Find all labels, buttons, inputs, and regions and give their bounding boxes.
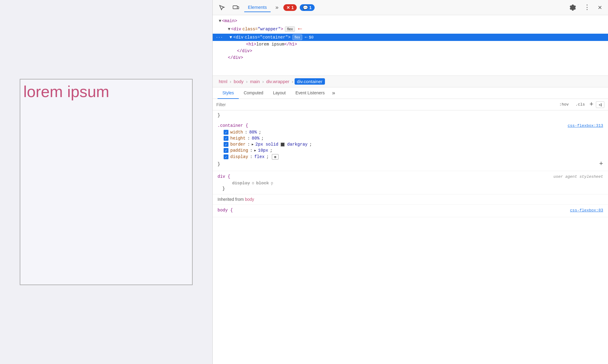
filter-input[interactable] bbox=[216, 102, 555, 107]
add-rule-button[interactable]: + bbox=[589, 101, 593, 108]
padding-property-line: padding : ▶ 10px ; bbox=[218, 147, 603, 153]
device-toggle-icon[interactable] bbox=[230, 2, 241, 13]
hov-button[interactable]: :hov bbox=[557, 101, 571, 108]
width-property-line: width : 80% ; bbox=[218, 129, 603, 135]
settings-icon[interactable] bbox=[568, 2, 579, 13]
cls-button[interactable]: .cls bbox=[573, 101, 587, 108]
add-property-button[interactable]: + bbox=[599, 160, 603, 168]
browser-viewport: lorem ipsum bbox=[0, 0, 212, 364]
padding-expand-icon[interactable]: ▶ bbox=[254, 149, 256, 152]
rtl-button[interactable]: ◁ bbox=[596, 101, 604, 108]
container-flex-badge[interactable]: flex bbox=[292, 35, 302, 40]
breadcrumb-container[interactable]: div.container bbox=[295, 78, 325, 85]
container-rule-block: .container { css-flexbox:313 width : 80%… bbox=[213, 120, 608, 171]
tree-wrapper-line[interactable]: ▼ <div class="wrapper" > flex ← bbox=[213, 24, 608, 34]
height-prop-value[interactable]: 80% bbox=[252, 136, 259, 141]
inspect-icon[interactable] bbox=[216, 2, 227, 13]
display-property-line: display : flex ; ⊞ bbox=[218, 153, 603, 160]
container-rule-source[interactable]: css-flexbox:313 bbox=[568, 123, 603, 128]
ua-display-property-line: display : block ; bbox=[218, 180, 603, 186]
svg-rect-1 bbox=[237, 7, 239, 9]
height-prop-name: height bbox=[230, 136, 245, 141]
flex-layout-icon[interactable]: ⊞ bbox=[272, 154, 279, 160]
display-prop-value[interactable]: flex bbox=[254, 154, 265, 159]
border-color-swatch[interactable] bbox=[281, 143, 285, 147]
inherited-section: Inherited from body bbox=[213, 194, 608, 205]
tab-computed[interactable]: Computed bbox=[239, 87, 268, 99]
ua-display-prop-name: display bbox=[232, 181, 250, 186]
border-color-name[interactable]: darkgray bbox=[287, 142, 307, 147]
lorem-heading: lorem ipsum bbox=[23, 83, 109, 101]
devtools-toolbar: Elements » ✕ 1 💬 1 ⋮ ✕ bbox=[213, 0, 608, 15]
height-property-line: height : 80% ; bbox=[218, 135, 603, 141]
css-rules-panel: } .container { css-flexbox:313 width : 8… bbox=[213, 110, 608, 364]
ua-display-prop-value: block bbox=[256, 181, 269, 186]
breadcrumb-wrapper[interactable]: div.wrapper bbox=[265, 78, 290, 85]
display-checkbox[interactable] bbox=[224, 154, 228, 159]
tree-main-line[interactable]: ▼ <main> bbox=[213, 18, 608, 24]
elements-tree: ▼ <main> ▼ <div class="wrapper" > flex ←… bbox=[213, 15, 608, 76]
padding-checkbox[interactable] bbox=[224, 148, 228, 153]
more-options-icon[interactable]: ⋮ bbox=[582, 2, 593, 13]
body-rule-block: body { css-flexbox:83 bbox=[213, 205, 608, 217]
container-rule-close: } + bbox=[218, 160, 603, 168]
border-checkbox[interactable] bbox=[224, 142, 228, 147]
body-rule-selector: body { bbox=[218, 208, 233, 213]
wrapper-flex-badge[interactable]: flex bbox=[285, 26, 295, 32]
user-agent-label: user agent stylesheet bbox=[553, 174, 603, 179]
border-property-line: border : ▶ 2px solid darkgray ; bbox=[218, 141, 603, 147]
tab-elements[interactable]: Elements bbox=[244, 3, 271, 12]
message-icon: 💬 bbox=[303, 5, 308, 10]
tree-div-close2: </div> bbox=[213, 54, 608, 61]
errors-count: 1 bbox=[291, 5, 294, 10]
width-prop-name: width bbox=[230, 130, 243, 135]
border-prop-name: border bbox=[230, 142, 245, 147]
messages-badge[interactable]: 💬 1 bbox=[300, 4, 315, 11]
more-style-tabs-icon[interactable]: » bbox=[332, 90, 335, 96]
styles-tabs-bar: Styles Computed Layout Event Listeners » bbox=[213, 87, 608, 99]
wrapper-arrow-indicator: ← bbox=[298, 25, 302, 33]
close-button[interactable]: ✕ bbox=[596, 2, 604, 13]
tab-event-listeners[interactable]: Event Listeners bbox=[291, 87, 330, 99]
tree-div-close1: </div> bbox=[213, 48, 608, 54]
svg-rect-0 bbox=[233, 6, 237, 9]
padding-prop-value[interactable]: 10px bbox=[258, 148, 268, 153]
padding-prop-name: padding bbox=[230, 148, 248, 153]
devtools-panel: Elements » ✕ 1 💬 1 ⋮ ✕ ▼ <main> ▼ bbox=[212, 0, 608, 364]
breadcrumb-body[interactable]: body bbox=[232, 78, 245, 85]
more-tabs-icon[interactable]: » bbox=[274, 3, 281, 12]
messages-count: 1 bbox=[309, 5, 312, 10]
div-ua-rule-block: div { user agent stylesheet display : bl… bbox=[213, 171, 608, 194]
height-checkbox[interactable] bbox=[224, 136, 228, 141]
error-x-icon: ✕ bbox=[286, 5, 290, 10]
breadcrumb-html[interactable]: html bbox=[218, 78, 228, 85]
border-expand-icon[interactable]: ▶ bbox=[252, 143, 254, 146]
border-prop-value[interactable]: 2px solid bbox=[255, 142, 279, 147]
inherited-from-body[interactable]: body bbox=[245, 197, 254, 202]
container-rule-selector[interactable]: .container { bbox=[218, 123, 248, 128]
demo-container: lorem ipsum bbox=[20, 79, 193, 285]
inherited-label: Inherited from bbox=[218, 197, 245, 202]
filter-bar: :hov .cls + ◁ bbox=[213, 99, 608, 110]
display-prop-name: display bbox=[230, 154, 248, 159]
dots-indicator: ··· bbox=[216, 35, 223, 40]
tab-layout[interactable]: Layout bbox=[268, 87, 291, 99]
tab-styles[interactable]: Styles bbox=[218, 87, 239, 99]
breadcrumb-bar: html › body › main › div.wrapper › div.c… bbox=[213, 76, 608, 87]
errors-badge[interactable]: ✕ 1 bbox=[283, 4, 297, 11]
tree-container-line[interactable]: ··· ▼ <div class="container" > flex ← $0 bbox=[213, 34, 608, 41]
tree-h1-line[interactable]: <h1>lorem ipsum</h1> bbox=[213, 41, 608, 48]
partial-rule-top: } bbox=[213, 110, 608, 120]
ua-rule-close: } bbox=[218, 186, 603, 191]
width-prop-value[interactable]: 80% bbox=[249, 130, 257, 135]
body-rule-source[interactable]: css-flexbox:83 bbox=[570, 208, 603, 213]
width-checkbox[interactable] bbox=[224, 130, 228, 135]
div-ua-rule-selector: div { bbox=[218, 174, 230, 179]
breadcrumb-main[interactable]: main bbox=[249, 78, 261, 85]
